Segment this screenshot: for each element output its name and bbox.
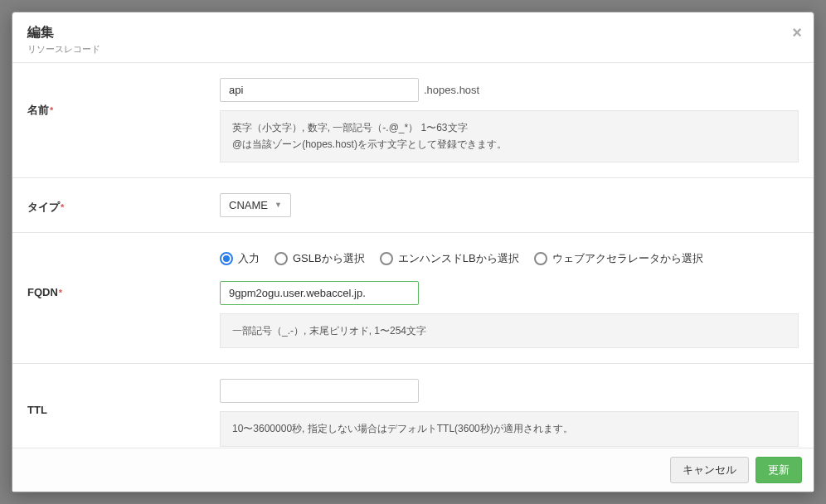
field-content-ttl: 10〜3600000秒, 指定しない場合はデフォルトTTL(3600秒)が適用さ… bbox=[220, 379, 799, 446]
name-input[interactable] bbox=[220, 78, 419, 102]
field-content-type: CNAME ▼ bbox=[220, 193, 799, 217]
field-row-ttl: TTL 10〜3600000秒, 指定しない場合はデフォルトTTL(3600秒)… bbox=[12, 364, 814, 448]
type-select[interactable]: CNAME ▼ bbox=[220, 193, 291, 217]
modal-footer: キャンセル 更新 bbox=[12, 448, 814, 492]
field-label-type: タイプ* bbox=[27, 193, 220, 215]
cancel-button[interactable]: キャンセル bbox=[670, 457, 749, 483]
radio-gslb[interactable]: GSLBから選択 bbox=[275, 251, 365, 266]
fqdn-radio-group: 入力 GSLBから選択 エンハンスドLBから選択 ウェブアクセラレータから選択 bbox=[220, 251, 799, 266]
radio-icon bbox=[275, 252, 288, 265]
radio-icon bbox=[380, 252, 393, 265]
modal-title: 編集 bbox=[27, 24, 799, 41]
radio-input[interactable]: 入力 bbox=[220, 251, 260, 266]
field-label-fqdn: FQDN* bbox=[27, 248, 220, 298]
submit-button[interactable]: 更新 bbox=[756, 457, 802, 483]
field-content-fqdn: 入力 GSLBから選択 エンハンスドLBから選択 ウェブアクセラレータから選択 bbox=[220, 248, 799, 348]
radio-label-webaccel: ウェブアクセラレータから選択 bbox=[552, 251, 703, 266]
label-text-fqdn: FQDN bbox=[27, 286, 58, 298]
radio-label-gslb: GSLBから選択 bbox=[293, 251, 365, 266]
label-text-name: 名前 bbox=[27, 104, 49, 116]
fqdn-hint: 一部記号（_.-）, 末尾ピリオド, 1〜254文字 bbox=[220, 313, 799, 348]
field-label-name: 名前* bbox=[27, 78, 220, 118]
label-text-type: タイプ bbox=[27, 201, 60, 213]
radio-icon bbox=[220, 252, 233, 265]
name-input-line: .hopes.host bbox=[220, 78, 799, 102]
field-content-name: .hopes.host 英字（小文字）, 数字, 一部記号（-.@_*） 1〜6… bbox=[220, 78, 799, 162]
type-select-value: CNAME bbox=[229, 199, 268, 211]
fqdn-input-line bbox=[220, 281, 799, 305]
required-mark: * bbox=[61, 202, 64, 212]
name-suffix: .hopes.host bbox=[424, 84, 479, 96]
radio-webaccel[interactable]: ウェブアクセラレータから選択 bbox=[534, 251, 703, 266]
field-row-name: 名前* .hopes.host 英字（小文字）, 数字, 一部記号（-.@_*）… bbox=[12, 63, 814, 178]
ttl-hint-line: 10〜3600000秒, 指定しない場合はデフォルトTTL(3600秒)が適用さ… bbox=[232, 420, 786, 437]
name-hint: 英字（小文字）, 数字, 一部記号（-.@_*） 1〜63文字 @は当該ゾーン(… bbox=[220, 110, 799, 162]
required-mark: * bbox=[59, 288, 62, 298]
field-label-ttl: TTL bbox=[27, 379, 220, 416]
name-hint-line1: 英字（小文字）, 数字, 一部記号（-.@_*） 1〜63文字 bbox=[232, 119, 786, 136]
modal-header: 編集 リソースレコード × bbox=[12, 12, 814, 63]
modal-body: 名前* .hopes.host 英字（小文字）, 数字, 一部記号（-.@_*）… bbox=[12, 63, 814, 448]
edit-resource-record-modal: 編集 リソースレコード × 名前* .hopes.host 英字（小文字）, 数… bbox=[12, 12, 814, 492]
chevron-down-icon: ▼ bbox=[275, 201, 282, 209]
name-hint-line2: @は当該ゾーン(hopes.host)を示す文字として登録できます。 bbox=[232, 136, 786, 153]
label-text-ttl: TTL bbox=[27, 404, 47, 416]
ttl-input[interactable] bbox=[220, 379, 419, 403]
radio-icon bbox=[534, 252, 547, 265]
fqdn-input[interactable] bbox=[220, 281, 419, 305]
field-row-type: タイプ* CNAME ▼ bbox=[12, 178, 814, 233]
radio-elb[interactable]: エンハンスドLBから選択 bbox=[380, 251, 519, 266]
radio-label-elb: エンハンスドLBから選択 bbox=[398, 251, 519, 266]
fqdn-hint-line: 一部記号（_.-）, 末尾ピリオド, 1〜254文字 bbox=[232, 322, 786, 339]
field-row-fqdn: FQDN* 入力 GSLBから選択 エンハンスドLBから選択 bbox=[12, 233, 814, 364]
modal-subtitle: リソースレコード bbox=[27, 43, 799, 56]
ttl-input-line bbox=[220, 379, 799, 403]
radio-label-input: 入力 bbox=[238, 251, 260, 266]
ttl-hint: 10〜3600000秒, 指定しない場合はデフォルトTTL(3600秒)が適用さ… bbox=[220, 411, 799, 446]
close-icon[interactable]: × bbox=[792, 24, 802, 41]
required-mark: * bbox=[50, 105, 53, 115]
